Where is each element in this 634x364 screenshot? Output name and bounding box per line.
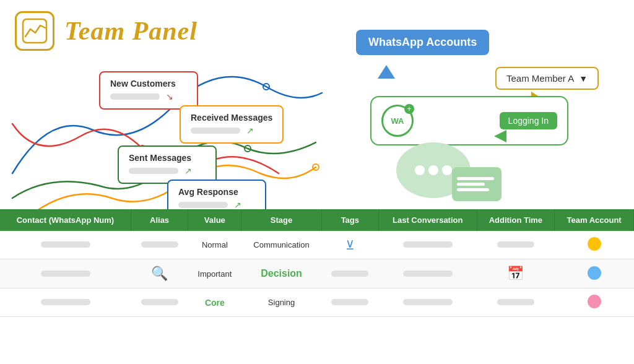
wa-icon-label: WA [391,116,404,126]
cell-last-conversation [379,288,477,317]
avg-response-trend: ↗ [234,200,241,210]
new-customers-bar [110,93,160,100]
contact-bar [41,271,90,277]
received-messages-card: Received Messages ↗ [180,105,284,144]
wa-login-card: WA + Logging In [370,96,568,145]
col-last-conversation: Last Conversation [379,209,477,231]
team-member-label: Team Member A [506,73,574,84]
col-tags: Tags [321,209,378,231]
cell-team-account [555,259,634,288]
whatsapp-bubble: WhatsApp Accounts [356,30,489,55]
sent-messages-card: Sent Messages ↗ [118,145,217,184]
cell-value: Core [188,288,241,317]
table-row: Normal Communication ⊻ [0,231,634,259]
conversation-bar [403,241,453,248]
bubble-dots [415,165,452,175]
cell-stage: Decision [241,259,321,288]
col-alias: Alias [131,209,188,231]
alias-bar [141,241,178,248]
cell-alias [131,288,188,317]
cell-last-conversation [379,231,477,259]
bubble-dot-1 [415,165,425,175]
sent-messages-trend: ↗ [185,166,192,176]
value-important: Important [198,269,232,279]
cell-alias: 🔍 [131,259,188,288]
page-title: Team Panel [64,16,198,46]
bubble-line-3 [457,188,489,191]
col-addition-time: Addition Time [477,209,555,231]
calendar-icon[interactable]: 📅 [507,266,524,282]
cell-contact [0,259,131,288]
whatsapp-arrow [378,65,395,79]
new-customers-trend: ↘ [166,92,173,102]
col-stage: Stage [241,209,321,231]
team-member-dropdown[interactable]: Team Member A ▼ [495,67,599,90]
cell-contact [0,231,131,259]
new-customers-title: New Customers [110,79,187,89]
cell-team-account [555,231,634,259]
value-normal: Normal [202,240,228,249]
tags-bar [331,271,368,277]
bubble-dot-2 [428,165,438,175]
team-dot-yellow [588,237,601,251]
table-row: 🔍 Important Decision 📅 [0,259,634,288]
chart-icon [22,18,48,44]
metrics-area: New Customers ↘ Received Messages ↗ Sent… [62,59,359,220]
alias-bar [141,299,178,305]
sent-messages-bar [129,168,178,174]
contact-bar [41,241,90,248]
conversation-bar [403,271,453,277]
conversation-bar [403,299,453,305]
cell-stage: Signing [241,288,321,317]
time-bar [497,299,534,305]
received-messages-title: Received Messages [191,113,272,123]
team-dot-blue [588,266,601,280]
col-team-account: Team Account [555,209,634,231]
col-contact: Contact (WhatsApp Num) [0,209,131,231]
chat-bubbles-illustration [396,142,471,198]
contact-bar [41,299,90,305]
wa-cursor-arrow [494,130,506,142]
tags-bar [331,299,368,305]
cell-tags [321,259,378,288]
table-row: Core Signing [0,288,634,317]
cell-addition-time: 📅 [477,259,555,288]
contacts-table: Contact (WhatsApp Num) Alias Value Stage… [0,209,634,317]
cell-addition-time [477,231,555,259]
cell-addition-time [477,288,555,317]
cell-stage: Communication [241,231,321,259]
logo-box [15,11,54,51]
table-header-row: Contact (WhatsApp Num) Alias Value Stage… [0,209,634,231]
cell-team-account [555,288,634,317]
wa-icon: WA + [381,105,414,137]
received-messages-bar [191,128,240,134]
wa-plus-icon: + [404,104,414,114]
stage-decision: Decision [261,268,302,279]
contacts-table-container: Contact (WhatsApp Num) Alias Value Stage… [0,209,634,364]
cell-tags: ⊻ [321,231,378,259]
cell-last-conversation [379,259,477,288]
header: Team Panel [0,0,634,62]
cell-value: Normal [188,231,241,259]
stage-communication: Communication [253,240,309,249]
received-messages-trend: ↗ [246,126,254,136]
time-bar [497,241,534,248]
sent-messages-title: Sent Messages [129,153,206,163]
filter-icon[interactable]: ⊻ [345,238,355,253]
chevron-down-icon: ▼ [579,74,588,84]
chat-bubble-secondary [452,167,502,201]
svg-rect-0 [23,19,46,43]
chat-bubble-main [396,142,471,198]
stage-signing: Signing [268,298,295,307]
team-dot-pink [588,295,601,308]
avg-response-bar [178,202,228,208]
bubble-line-1 [457,177,494,180]
col-value: Value [188,209,241,231]
cell-alias [131,231,188,259]
avg-response-title: Avg Response [178,187,255,197]
search-icon[interactable]: 🔍 [151,266,168,282]
wa-login-button[interactable]: Logging In [500,112,557,129]
bubble-dot-3 [442,165,452,175]
new-customers-card: New Customers ↘ [99,71,198,110]
value-core: Core [205,298,225,308]
